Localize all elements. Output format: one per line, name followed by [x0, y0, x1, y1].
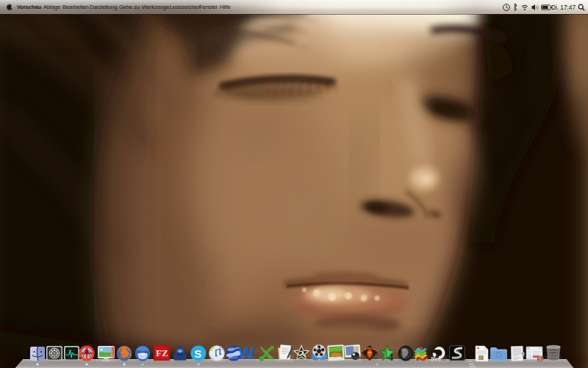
svg-text:MAX: MAX — [454, 350, 460, 353]
svg-text:Di. 17:47: Di. 17:47 — [551, 4, 576, 11]
